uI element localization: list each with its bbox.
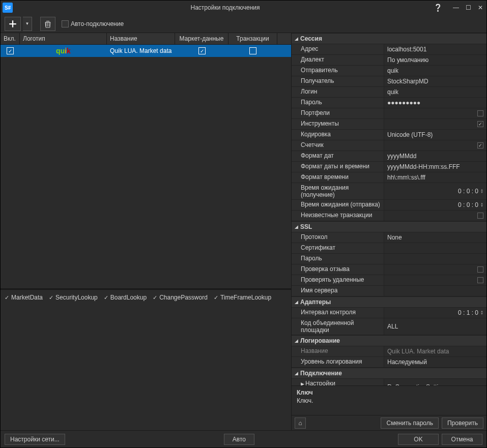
checkbox-icon[interactable]	[477, 142, 483, 148]
connection-row[interactable]: quik Quik LUA. Market data	[1, 45, 291, 57]
checkbox-icon[interactable]	[477, 121, 483, 127]
transactions-checkbox[interactable]	[249, 47, 256, 54]
auto-connect-checkbox[interactable]: Авто-подключение	[62, 20, 124, 27]
prop-assoc-board[interactable]: Код объединенной площадкиALL	[292, 318, 486, 335]
change-password-button[interactable]: Сменить пароль	[381, 417, 439, 429]
capability-item: MarketData	[5, 294, 43, 301]
col-name[interactable]: Название	[107, 33, 175, 44]
close-button[interactable]: ✕	[476, 4, 484, 11]
prop-dateformat[interactable]: Формат датyyyyMMdd	[292, 151, 486, 162]
collapse-icon: ◢	[295, 36, 298, 41]
ok-button[interactable]: OK	[398, 434, 439, 445]
capability-item: BoardLookup	[104, 294, 147, 301]
connection-name: Quik LUA. Market data	[107, 45, 175, 57]
checkbox-icon[interactable]	[477, 110, 483, 116]
property-panel: ◢Сессия Адресlocalhost:5001 ДиалектПо ум…	[292, 33, 486, 430]
desc-text: Ключ.	[297, 397, 481, 404]
prop-encoding[interactable]: КодировкаUnicode (UTF-8)	[292, 130, 486, 140]
settings-window: S# Настройки подключения ❔ — ☐ ✕ ▼ Авто-…	[0, 0, 487, 448]
prop-password[interactable]: Пароль●●●●●●●●●	[292, 98, 486, 108]
prop-ssl-servername[interactable]: Имя сервера	[292, 286, 486, 296]
prop-address[interactable]: Адресlocalhost:5001	[292, 44, 486, 55]
cat-adapters[interactable]: ◢Адаптеры	[292, 296, 486, 308]
prop-ssl-revoke[interactable]: Проверка отзыва	[292, 264, 486, 275]
prop-counter[interactable]: Счетчик	[292, 140, 486, 151]
cat-session[interactable]: ◢Сессия	[292, 33, 486, 44]
prop-securities[interactable]: Инструменты	[292, 119, 486, 130]
collapse-icon: ◢	[295, 371, 298, 376]
capability-item: ChangePassword	[153, 294, 208, 301]
auto-connect-label: Авто-подключение	[71, 20, 124, 27]
checkbox-icon	[62, 20, 69, 27]
cat-connection[interactable]: ◢Подключение	[292, 368, 486, 379]
footer: Настройки сети... Авто OK Отмена	[1, 430, 486, 447]
capabilities-panel: MarketDataSecurityLookupBoardLookupChang…	[1, 288, 291, 430]
col-marketdata[interactable]: Маркет-данные	[175, 33, 228, 44]
test-button[interactable]: Проверить	[442, 417, 483, 429]
property-description: Ключ Ключ.	[292, 385, 486, 415]
prop-target[interactable]: ПолучательStockSharpMD	[292, 76, 486, 87]
chevron-down-icon: ▼	[25, 21, 30, 26]
prop-log-name: НазваниеQuik LUA. Market data	[292, 346, 486, 357]
prop-ssl-cert[interactable]: Сертификат	[292, 243, 486, 254]
prop-sender[interactable]: Отправительquik	[292, 66, 486, 76]
prop-login[interactable]: Логинquik	[292, 87, 486, 98]
connections-panel: Вкл. Логотип Название Маркет-данные Тран…	[1, 33, 292, 430]
spinner[interactable]: ▲▼	[480, 310, 483, 315]
spinner[interactable]: ▲▼	[480, 189, 483, 194]
collapse-icon: ◢	[295, 338, 298, 343]
cat-logging[interactable]: ◢Логирование	[292, 335, 486, 346]
prop-recv-timeout[interactable]: Время ожидания (получение)0 : 0 : 0▲▼	[292, 183, 486, 200]
trash-icon	[44, 20, 52, 28]
checkbox-icon[interactable]	[477, 266, 483, 273]
cat-ssl[interactable]: ◢SSL	[292, 221, 486, 232]
checkbox-icon[interactable]	[477, 277, 483, 283]
grid-body[interactable]: quik Quik LUA. Market data	[1, 45, 291, 288]
prop-ssl-password[interactable]: Пароль	[292, 254, 486, 264]
capability-item: SecurityLookup	[49, 294, 98, 301]
marketdata-checkbox[interactable]	[198, 47, 206, 54]
prop-portfolios[interactable]: Портфели	[292, 108, 486, 119]
quik-logo: quik	[56, 47, 71, 55]
prop-heartbeat[interactable]: Интервал контроля0 : 1 : 0▲▼	[292, 308, 486, 318]
window-title: Настройки подключения	[17, 4, 434, 11]
right-buttons: ⌂ Сменить пароль Проверить	[292, 415, 486, 430]
enabled-checkbox[interactable]	[7, 47, 14, 54]
col-logo[interactable]: Логотип	[20, 33, 107, 44]
help-icon[interactable]: ❔	[434, 4, 442, 12]
prop-ssl-protocol[interactable]: ПротоколNone	[292, 232, 486, 243]
network-settings-button[interactable]: Настройки сети...	[5, 434, 65, 445]
prop-log-level[interactable]: Уровень логированияНаследуемый	[292, 357, 486, 368]
checkbox-icon[interactable]	[477, 213, 483, 219]
desc-title: Ключ	[297, 389, 481, 396]
add-dropdown-button[interactable]: ▼	[23, 17, 32, 31]
prop-dialect[interactable]: ДиалектПо умолчанию	[292, 55, 486, 66]
property-grid[interactable]: ◢Сессия Адресlocalhost:5001 ДиалектПо ум…	[292, 33, 486, 385]
prop-unknown-trans[interactable]: Неизвестные транзакции	[292, 211, 486, 221]
grid-header: Вкл. Логотип Название Маркет-данные Тран…	[1, 33, 291, 45]
prop-timeformat[interactable]: Формат времениhh\:mm\:ss\.fff	[292, 172, 486, 183]
capability-item: TimeFrameLookup	[214, 294, 271, 301]
home-icon: ⌂	[298, 420, 302, 427]
prop-ssl-deleted[interactable]: Проверять удаленные	[292, 275, 486, 286]
delete-button[interactable]	[40, 17, 55, 31]
prop-reconnect[interactable]: ▶Настройки переподключенияReConnectionSe…	[292, 379, 486, 385]
plus-icon	[8, 19, 17, 28]
auto-button[interactable]: Авто	[224, 434, 254, 445]
cancel-button[interactable]: Отмена	[442, 434, 482, 445]
collapse-icon: ◢	[295, 224, 298, 229]
expand-icon[interactable]: ▶	[301, 381, 304, 385]
prop-datetimeformat[interactable]: Формат даты и времениyyyyMMdd-HH:mm:ss.F…	[292, 162, 486, 172]
collapse-icon: ◢	[295, 300, 298, 305]
prop-send-timeout[interactable]: Время ожидания (отправка)0 : 0 : 0▲▼	[292, 200, 486, 211]
add-button[interactable]	[5, 17, 21, 31]
app-icon: S#	[3, 3, 13, 13]
minimize-button[interactable]: —	[452, 4, 460, 11]
toolbar: ▼ Авто-подключение	[1, 15, 486, 33]
col-transactions[interactable]: Транзакции	[228, 33, 277, 44]
home-button[interactable]: ⌂	[295, 417, 306, 429]
titlebar: S# Настройки подключения ❔ — ☐ ✕	[1, 1, 486, 15]
col-enabled[interactable]: Вкл.	[1, 33, 20, 44]
spinner[interactable]: ▲▼	[480, 202, 483, 207]
maximize-button[interactable]: ☐	[464, 4, 472, 11]
